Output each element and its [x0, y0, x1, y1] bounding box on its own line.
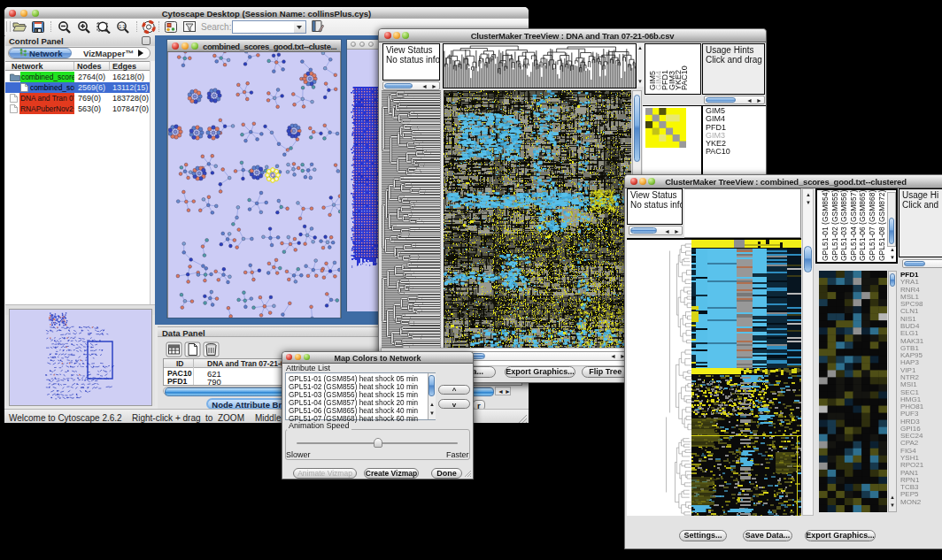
- svg-text:1:1: 1:1: [119, 24, 126, 29]
